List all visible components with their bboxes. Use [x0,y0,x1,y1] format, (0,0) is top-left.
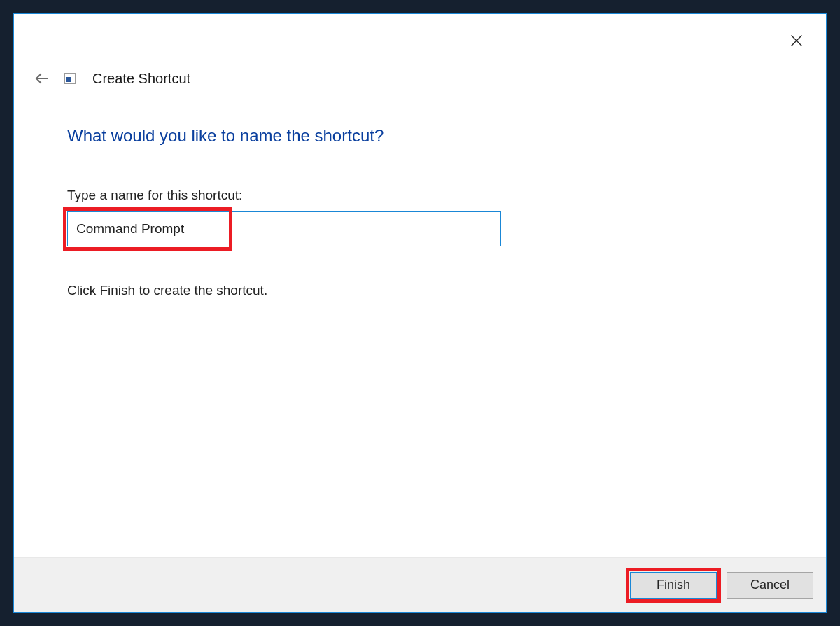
create-shortcut-dialog: Create Shortcut What would you like to n… [13,13,827,613]
arrow-left-icon [34,70,50,87]
shortcut-file-icon [64,73,76,84]
finish-button-wrap: Finish [630,572,717,599]
hint-text: Click Finish to create the shortcut. [67,283,784,298]
close-icon [790,34,804,48]
content-area: What would you like to name the shortcut… [67,126,784,298]
titlebar [14,14,826,64]
header: Create Shortcut [32,69,190,88]
finish-button[interactable]: Finish [630,572,717,599]
shortcut-name-input[interactable] [67,211,501,246]
name-input-wrap [67,211,501,246]
main-heading: What would you like to name the shortcut… [67,126,784,146]
name-label: Type a name for this shortcut: [67,188,784,203]
cancel-button[interactable]: Cancel [727,572,813,599]
close-button[interactable] [783,27,811,55]
back-button[interactable] [32,69,52,88]
dialog-footer: Finish Cancel [14,557,826,612]
dialog-title: Create Shortcut [92,71,190,87]
